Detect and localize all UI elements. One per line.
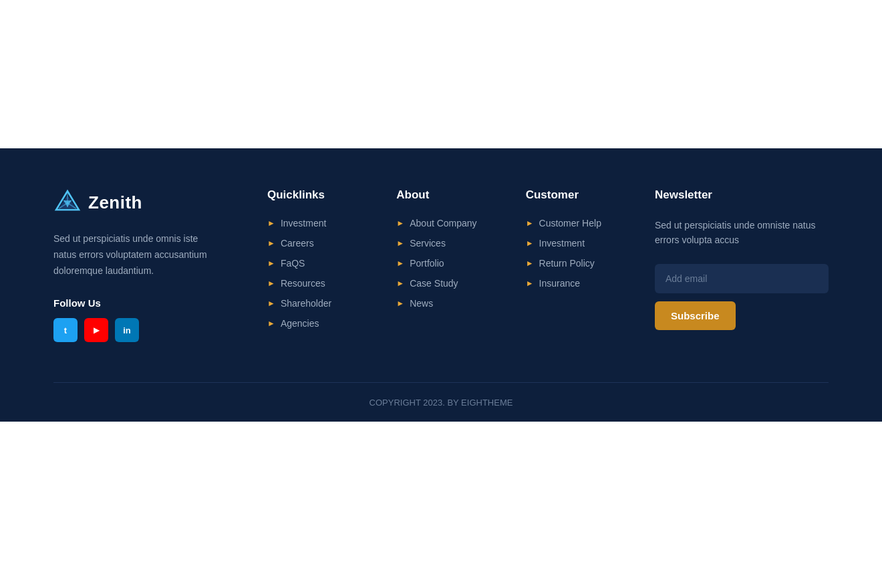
chevron-right-icon: ► bbox=[267, 299, 275, 308]
customer-title: Customer bbox=[526, 188, 628, 202]
customer-insurance[interactable]: Insurance bbox=[539, 278, 580, 289]
customer-col: Customer ► Customer Help ► Investment ► … bbox=[526, 188, 628, 342]
copyright-text: COPYRIGHT 2023. BY EIGHTHEME bbox=[370, 398, 513, 408]
quicklinks-list: ► Investment ► Careers ► FaQS ► Resource… bbox=[267, 218, 370, 329]
email-input[interactable] bbox=[655, 264, 829, 293]
list-item: ► Careers bbox=[267, 238, 370, 249]
newsletter-description: Sed ut perspiciatis unde omniste natus e… bbox=[655, 218, 829, 248]
follow-us-label: Follow Us bbox=[53, 297, 241, 309]
chevron-right-icon: ► bbox=[267, 319, 275, 328]
chevron-right-icon: ► bbox=[396, 239, 404, 248]
newsletter-col: Newsletter Sed ut perspiciatis unde omni… bbox=[655, 188, 829, 342]
chevron-right-icon: ► bbox=[396, 279, 404, 288]
customer-return-policy[interactable]: Return Policy bbox=[539, 258, 595, 269]
chevron-right-icon: ► bbox=[396, 299, 404, 308]
logo: Zenith bbox=[53, 188, 241, 216]
about-portfolio[interactable]: Portfolio bbox=[410, 258, 444, 269]
linkedin-icon: in bbox=[123, 325, 131, 335]
logo-text: Zenith bbox=[88, 192, 142, 213]
chevron-right-icon: ► bbox=[396, 259, 404, 268]
quicklink-faqs[interactable]: FaQS bbox=[281, 258, 305, 269]
list-item: ► Investment bbox=[526, 238, 628, 249]
chevron-right-icon: ► bbox=[267, 259, 275, 268]
chevron-right-icon: ► bbox=[267, 239, 275, 248]
chevron-right-icon: ► bbox=[526, 259, 534, 268]
list-item: ► Shareholder bbox=[267, 298, 370, 309]
newsletter-title: Newsletter bbox=[655, 188, 829, 202]
about-company[interactable]: About Company bbox=[410, 218, 476, 229]
quicklink-resources[interactable]: Resources bbox=[281, 278, 325, 289]
footer: Zenith Sed ut perspiciatis unde omnis is… bbox=[0, 148, 882, 422]
about-title: About bbox=[396, 188, 498, 202]
quicklink-investment[interactable]: Investment bbox=[281, 218, 326, 229]
about-news[interactable]: News bbox=[410, 298, 433, 309]
chevron-right-icon: ► bbox=[526, 239, 534, 248]
about-col: About ► About Company ► Services ► Portf… bbox=[396, 188, 498, 342]
list-item: ► About Company bbox=[396, 218, 498, 229]
quicklinks-title: Quicklinks bbox=[267, 188, 370, 202]
chevron-right-icon: ► bbox=[396, 218, 404, 228]
footer-bottom: COPYRIGHT 2023. BY EIGHTHEME bbox=[53, 382, 829, 422]
list-item: ► Insurance bbox=[526, 278, 628, 289]
list-item: ► Case Study bbox=[396, 278, 498, 289]
linkedin-button[interactable]: in bbox=[115, 318, 139, 342]
about-services[interactable]: Services bbox=[410, 238, 446, 249]
list-item: ► Investment bbox=[267, 218, 370, 229]
customer-list: ► Customer Help ► Investment ► Return Po… bbox=[526, 218, 628, 289]
chevron-right-icon: ► bbox=[526, 218, 534, 228]
list-item: ► FaQS bbox=[267, 258, 370, 269]
list-item: ► Customer Help bbox=[526, 218, 628, 229]
twitter-button[interactable]: t bbox=[53, 318, 78, 342]
chevron-right-icon: ► bbox=[526, 279, 534, 288]
youtube-button[interactable]: ▶ bbox=[84, 318, 108, 342]
top-section bbox=[0, 0, 882, 148]
about-list: ► About Company ► Services ► Portfolio ►… bbox=[396, 218, 498, 309]
quicklink-shareholder[interactable]: Shareholder bbox=[281, 298, 331, 309]
subscribe-button[interactable]: Subscribe bbox=[655, 301, 736, 330]
customer-help[interactable]: Customer Help bbox=[539, 218, 601, 229]
social-icons: t ▶ in bbox=[53, 318, 241, 342]
footer-brand-col: Zenith Sed ut perspiciatis unde omnis is… bbox=[53, 188, 241, 342]
chevron-right-icon: ► bbox=[267, 218, 275, 228]
brand-description: Sed ut perspiciatis unde omnis iste natu… bbox=[53, 231, 214, 279]
logo-icon bbox=[53, 188, 82, 216]
about-case-study[interactable]: Case Study bbox=[410, 278, 458, 289]
quicklink-careers[interactable]: Careers bbox=[281, 238, 314, 249]
quicklinks-col: Quicklinks ► Investment ► Careers ► FaQS… bbox=[267, 188, 370, 342]
list-item: ► Return Policy bbox=[526, 258, 628, 269]
customer-investment[interactable]: Investment bbox=[539, 238, 585, 249]
twitter-icon: t bbox=[64, 325, 67, 335]
list-item: ► Resources bbox=[267, 278, 370, 289]
list-item: ► Services bbox=[396, 238, 498, 249]
chevron-right-icon: ► bbox=[267, 279, 275, 288]
youtube-icon: ▶ bbox=[94, 325, 100, 335]
list-item: ► Agencies bbox=[267, 318, 370, 329]
list-item: ► Portfolio bbox=[396, 258, 498, 269]
footer-main: Zenith Sed ut perspiciatis unde omnis is… bbox=[53, 188, 829, 382]
list-item: ► News bbox=[396, 298, 498, 309]
quicklink-agencies[interactable]: Agencies bbox=[281, 318, 319, 329]
